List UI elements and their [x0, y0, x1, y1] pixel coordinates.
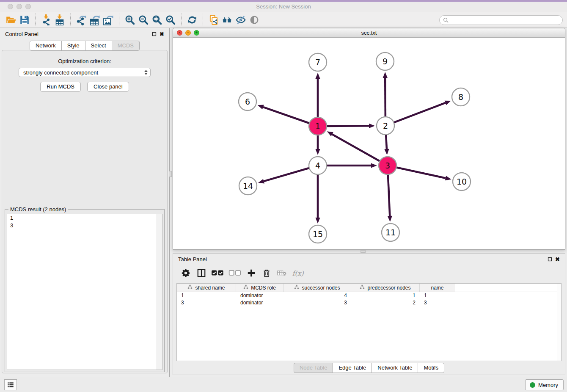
graph-edge-4-15[interactable]: [315, 174, 320, 224]
graph-node-8[interactable]: 8: [452, 88, 470, 106]
trash-button[interactable]: [261, 268, 272, 279]
criterion-select[interactable]: strongly connected component: [19, 68, 151, 77]
svg-text:9: 9: [383, 57, 388, 66]
control-tab-style[interactable]: Style: [61, 41, 85, 51]
graph-edge-1-4[interactable]: [315, 134, 320, 155]
memory-button[interactable]: Memory: [525, 379, 564, 390]
result-scrollbar[interactable]: [157, 214, 162, 370]
table-tab-edge-table[interactable]: Edge Table: [333, 363, 372, 373]
network-zoom-button[interactable]: +: [194, 30, 199, 36]
table-float-icon[interactable]: [548, 257, 552, 262]
graph-node-14[interactable]: 14: [239, 177, 257, 195]
network-canvas[interactable]: 7968124314101511: [173, 38, 565, 249]
save-button[interactable]: [18, 14, 31, 26]
graph-node-4[interactable]: 4: [309, 157, 327, 174]
column-header-name[interactable]: name: [420, 284, 455, 292]
maximize-window-button[interactable]: [25, 4, 31, 9]
export-table-button[interactable]: [88, 14, 102, 26]
refresh-button[interactable]: [185, 14, 199, 26]
home-button[interactable]: [220, 14, 234, 26]
graph-node-9[interactable]: 9: [376, 52, 394, 70]
graph-edge-2-8[interactable]: [393, 101, 451, 123]
table-tab-network-table[interactable]: Network Table: [372, 363, 418, 373]
close-window-button[interactable]: [8, 4, 13, 9]
graph-node-2[interactable]: 2: [377, 117, 394, 135]
graph-edge-1-6[interactable]: [258, 105, 310, 124]
import-table-button[interactable]: [53, 14, 66, 26]
close-panel-icon[interactable]: ✖: [160, 32, 164, 36]
mcds-result-value: 1: [7, 214, 162, 222]
column-header-successor-nodes[interactable]: successor nodes: [284, 284, 351, 292]
column-header-predecessor-nodes[interactable]: predecessor nodes: [351, 284, 420, 292]
column-header-shared-name[interactable]: shared name: [177, 284, 236, 292]
export-network-button[interactable]: [74, 14, 88, 26]
control-tab-network[interactable]: Network: [30, 41, 62, 51]
graph-node-1[interactable]: 1: [309, 117, 327, 135]
control-tab-mcds[interactable]: MCDS: [112, 41, 140, 51]
graph-edge-3-10[interactable]: [396, 167, 451, 180]
zoom-out-button[interactable]: [137, 14, 150, 26]
svg-text:4: 4: [315, 161, 320, 170]
table-tab-motifs[interactable]: Motifs: [418, 363, 444, 373]
mcds-result-title: MCDS result (2 nodes): [8, 206, 68, 213]
show-eye-button[interactable]: [248, 14, 261, 26]
search-input[interactable]: [451, 17, 559, 23]
plus-button[interactable]: [246, 268, 257, 279]
network-close-button[interactable]: ×: [177, 30, 182, 36]
mcds-result-textarea[interactable]: 13: [7, 214, 162, 370]
graph-edge-2-3[interactable]: [384, 134, 389, 155]
delete-table-button[interactable]: [276, 268, 287, 279]
columns-button[interactable]: [196, 268, 207, 279]
export-image-button[interactable]: [102, 14, 115, 26]
minimize-window-button[interactable]: [17, 4, 22, 9]
control-tab-select[interactable]: Select: [85, 41, 112, 51]
import-network-button[interactable]: [39, 14, 53, 26]
graph-node-3[interactable]: 3: [379, 157, 396, 174]
graph-node-10[interactable]: 10: [453, 173, 471, 190]
svg-text:3: 3: [385, 161, 390, 170]
graph-edge-1-7[interactable]: [315, 73, 320, 118]
fx-button[interactable]: f(x): [292, 268, 306, 279]
search-icon: [443, 17, 449, 23]
table-row[interactable]: 1dominator411: [177, 292, 561, 299]
graph-edge-2-9[interactable]: [383, 72, 388, 118]
graph-edge-3-1[interactable]: [327, 131, 381, 161]
table-tab-node-table[interactable]: Node Table: [294, 363, 333, 373]
graph-edge-1-2[interactable]: [326, 124, 375, 128]
memory-label: Memory: [538, 382, 558, 388]
vertical-splitter-grip[interactable]: [169, 171, 172, 177]
graph-edge-4-14[interactable]: [258, 168, 310, 183]
table-cell: dominator: [236, 292, 284, 299]
check-all-button[interactable]: [211, 268, 224, 279]
zoom-in-button[interactable]: [123, 14, 137, 26]
table-cell: 3: [420, 299, 455, 306]
horizontal-splitter[interactable]: [173, 250, 565, 253]
float-panel-icon[interactable]: [152, 32, 157, 36]
control-panel-title: Control Panel: [5, 31, 39, 37]
table-scrollbar[interactable]: [557, 284, 561, 361]
network-window-titlebar[interactable]: × − + scc.txt: [173, 28, 565, 38]
graph-edge-3-11[interactable]: [388, 174, 392, 222]
gear-button[interactable]: [181, 268, 192, 279]
graph-node-6[interactable]: 6: [239, 93, 256, 110]
svg-text:f(x): f(x): [292, 270, 304, 277]
graph-node-15[interactable]: 15: [309, 225, 327, 243]
copy-network-button[interactable]: [207, 14, 220, 26]
graph-node-7[interactable]: 7: [309, 53, 327, 71]
hide-eye-button[interactable]: [234, 14, 248, 26]
table-row[interactable]: 3dominator323: [177, 299, 561, 306]
network-minimize-button[interactable]: −: [185, 30, 191, 36]
table-close-icon[interactable]: ✖: [555, 257, 560, 262]
search-box[interactable]: [439, 15, 563, 25]
open-folder-button[interactable]: [4, 14, 18, 26]
task-history-button[interactable]: [4, 379, 17, 390]
uncheck-all-button[interactable]: [228, 268, 242, 279]
horizontal-splitter-grip[interactable]: [361, 250, 366, 253]
zoom-fit-button[interactable]: [150, 14, 164, 26]
zoom-selected-button[interactable]: [164, 14, 177, 26]
run-mcds-button[interactable]: Run MCDS: [40, 82, 81, 92]
column-header-MCDS-role[interactable]: MCDS role: [236, 284, 284, 292]
graph-edge-4-3[interactable]: [326, 163, 377, 168]
close-panel-button[interactable]: Close panel: [87, 82, 129, 92]
graph-node-11[interactable]: 11: [382, 224, 399, 241]
